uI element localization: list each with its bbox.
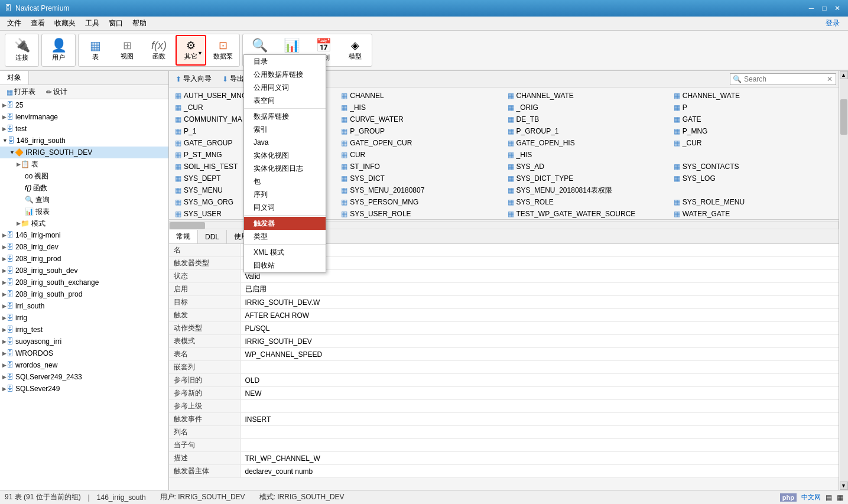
table-item[interactable]: ▦P_GROUP xyxy=(337,125,503,137)
toolbar-datasource-btn[interactable]: ⊡ 数据泵 xyxy=(207,35,238,66)
toolbar-table-btn[interactable]: ▦ 表 xyxy=(80,35,111,66)
table-item[interactable]: ▦SYS_ROLE xyxy=(504,196,670,208)
sidebar-item-sqlserver249[interactable]: ▶ 🗄 SQLServer249_2433 xyxy=(0,371,168,383)
table-item[interactable]: ▦P_GROUP_1 xyxy=(504,125,670,137)
maximize-button[interactable]: □ xyxy=(818,3,830,14)
menu-help[interactable]: 帮助 xyxy=(128,17,151,30)
table-item[interactable] xyxy=(670,149,836,161)
table-item[interactable]: ▦SYS_DICT_TYPE xyxy=(504,173,670,184)
sidebar-item-irrig[interactable]: ▶ 🗄 irrig xyxy=(0,312,168,324)
login-button[interactable]: 登录 xyxy=(820,17,846,30)
sidebar-item-irrig-south-dev[interactable]: ▼ 🔶 IRRIG_SOUTH_DEV xyxy=(0,147,168,158)
sidebar-item-208-irrig-prod[interactable]: ▶ 🗄 208_irrig_prod xyxy=(0,253,168,265)
sidebar-item-25[interactable]: ▶ 🗄 25 xyxy=(0,99,168,111)
sidebar-item-146-irrig-south[interactable]: ▼ 🗄 146_irrig_south xyxy=(0,135,168,147)
table-item[interactable]: ▦SYS_USER_ROLE xyxy=(337,208,503,219)
table-item[interactable]: ▦SYS_AD xyxy=(504,161,670,173)
table-item[interactable]: ▦CHANNEL xyxy=(337,90,503,102)
table-item[interactable]: ▦CHANNEL_WATE xyxy=(670,90,836,102)
table-item[interactable]: ▦TEST_WP_GATE_WATER_SOURCE xyxy=(504,208,670,219)
table-item[interactable]: ▦_CUR xyxy=(670,137,836,149)
sidebar-item-208-irrig-souh-dev[interactable]: ▶ 🗄 208_irrig_souh_dev xyxy=(0,265,168,277)
sidebar-item-view-folder[interactable]: oo 视图 xyxy=(0,170,168,182)
scroll-down-btn[interactable]: ▼ xyxy=(840,482,848,490)
dropdown-item-public-db-link[interactable]: 公用数据库链接 xyxy=(244,68,326,81)
table-item[interactable]: ▦_HIS xyxy=(504,149,670,161)
import-wizard-btn[interactable]: ⬆ 导入向导 xyxy=(171,73,216,86)
sidebar-item-func-folder[interactable]: f() 函数 xyxy=(0,182,168,194)
sidebar-item-208-irrig-dev[interactable]: ▶ 🗄 208_irrig_dev xyxy=(0,241,168,253)
table-item[interactable]: ▦CUR xyxy=(337,149,503,161)
table-item[interactable]: ▦P_MNG xyxy=(670,125,836,137)
table-item[interactable]: ▦GATE xyxy=(670,113,836,125)
dropdown-item-tablespace[interactable]: 表空间 xyxy=(244,94,326,107)
minimize-button[interactable]: ─ xyxy=(805,3,817,14)
dropdown-item-index[interactable]: 索引 xyxy=(244,123,326,136)
sidebar-item-irri-south[interactable]: ▶ 🗄 irri_south xyxy=(0,300,168,312)
dropdown-item-matview-log[interactable]: 实体化视图日志 xyxy=(244,162,326,175)
menu-window[interactable]: 窗口 xyxy=(104,17,128,30)
dropdown-item-catalog[interactable]: 目录 xyxy=(244,55,326,68)
sidebar-item-208-south-prod[interactable]: ▶ 🗄 208_irrig_south_prod xyxy=(0,288,168,300)
sidebar-object-tab[interactable]: 对象 xyxy=(0,71,29,84)
table-item[interactable]: ▦SYS_MENU_20180807 xyxy=(337,184,503,196)
table-item[interactable]: ▦SYS_LOG xyxy=(670,173,836,184)
menu-favorites[interactable]: 收藏夹 xyxy=(50,17,80,30)
dropdown-item-synonym[interactable]: 同义词 xyxy=(244,201,326,214)
search-box[interactable]: 🔍 ✕ xyxy=(730,73,836,85)
dropdown-item-public-synonym[interactable]: 公用同义词 xyxy=(244,81,326,94)
dropdown-item-matview[interactable]: 实体化视图 xyxy=(244,149,326,162)
sidebar-item-146-irrig-moni[interactable]: ▶ 🗄 146_irrig-moni xyxy=(0,229,168,241)
table-item[interactable]: ▦CHANNEL_WATE xyxy=(504,90,670,102)
scroll-up-btn[interactable]: ▲ xyxy=(840,71,848,79)
dropdown-item-package[interactable]: 包 xyxy=(244,175,326,188)
table-item[interactable]: ▦WATER_GATE xyxy=(670,208,836,219)
table-item[interactable]: ▦ST_INFO xyxy=(337,161,503,173)
table-item[interactable]: ▦_HIS xyxy=(337,102,503,113)
toolbar-connect-btn[interactable]: 🔌 连接 xyxy=(7,35,37,66)
toolbar-model-btn[interactable]: ◈ 模型 xyxy=(340,35,371,66)
sidebar-item-irrig-test[interactable]: ▶ 🗄 irrig_test xyxy=(0,324,168,336)
table-item[interactable]: ▦SYS_MENU_20180814表权限 xyxy=(504,184,670,196)
dropdown-item-trigger[interactable]: 触发器 xyxy=(244,217,326,230)
v-scroll-bar[interactable]: ▲ ▼ xyxy=(839,71,848,490)
table-item[interactable]: ▦GATE_OPEN_CUR xyxy=(337,137,503,149)
table-item[interactable]: ▦SYS_DICT xyxy=(337,173,503,184)
sidebar-item-test[interactable]: ▶ 🗄 test xyxy=(0,123,168,135)
dropdown-item-sequence[interactable]: 序列 xyxy=(244,188,326,201)
cn-link[interactable]: 中文网 xyxy=(801,493,821,502)
menu-file[interactable]: 文件 xyxy=(2,17,26,30)
sidebar-item-query-folder[interactable]: 🔍 查询 xyxy=(0,194,168,206)
search-input[interactable] xyxy=(744,75,827,83)
sidebar-item-model-folder[interactable]: ▶ 📁 模式 xyxy=(0,217,168,229)
dropdown-item-db-link[interactable]: 数据库链接 xyxy=(244,110,326,123)
table-item[interactable]: ▦SYS_ROLE_MENU xyxy=(670,196,836,208)
menu-tools[interactable]: 工具 xyxy=(80,17,104,30)
table-item[interactable]: ▦SYS_PERSON_MNG xyxy=(337,196,503,208)
sidebar-item-table-folder[interactable]: ▶ 📋 表 xyxy=(0,158,168,170)
table-item[interactable]: ▦CURVE_WATER xyxy=(337,113,503,125)
toolbar-view-btn[interactable]: ⊞ 视图 xyxy=(112,35,142,66)
menu-view[interactable]: 查看 xyxy=(26,17,50,30)
dropdown-item-xml-schema[interactable]: XML 模式 xyxy=(244,246,326,259)
props-tab-general[interactable]: 常规 xyxy=(169,230,198,243)
open-table-btn[interactable]: ▦ 打开表 xyxy=(2,85,40,99)
table-item[interactable]: ▦GATE_OPEN_HIS xyxy=(504,137,670,149)
table-item[interactable]: ▦P xyxy=(670,102,836,113)
close-button[interactable]: ✕ xyxy=(831,3,843,14)
table-item[interactable]: ▦DE_TB xyxy=(504,113,670,125)
sidebar-item-208-south-exchange[interactable]: ▶ 🗄 208_irrig_south_exchange xyxy=(0,277,168,288)
sidebar-item-suoyasong[interactable]: ▶ 🗄 suoyasong_irri xyxy=(0,336,168,347)
layout-icon-1[interactable]: ▤ xyxy=(826,493,832,502)
dropdown-item-recycle-bin[interactable]: 回收站 xyxy=(244,259,326,272)
dropdown-item-java[interactable]: Java xyxy=(244,136,326,149)
table-item[interactable]: ▦SYS_CONTACTS xyxy=(670,161,836,173)
sidebar-item-wrordos[interactable]: ▶ 🗄 WRORDOS xyxy=(0,347,168,359)
props-tab-ddl[interactable]: DDL xyxy=(198,230,227,243)
dropdown-item-type[interactable]: 类型 xyxy=(244,230,326,243)
scroll-thumb[interactable] xyxy=(840,99,847,135)
sidebar-item-report-folder[interactable]: 📊 报表 xyxy=(0,206,168,217)
toolbar-user-btn[interactable]: 👤 用户 xyxy=(43,35,74,66)
search-close-icon[interactable]: ✕ xyxy=(827,75,833,83)
layout-icon-2[interactable]: ▦ xyxy=(837,493,843,502)
